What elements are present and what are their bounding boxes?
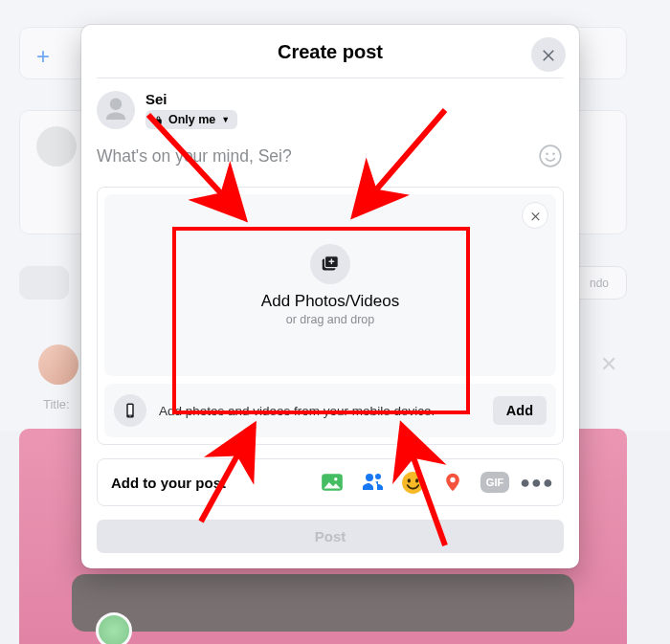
gif-button[interactable]: GIF <box>480 472 509 493</box>
add-photos-icon-wrap <box>310 244 350 284</box>
privacy-selector[interactable]: Only me ▼ <box>145 110 237 129</box>
svg-point-7 <box>129 415 130 416</box>
upload-close-button[interactable] <box>522 202 548 229</box>
location-icon <box>442 470 463 495</box>
checkin-button[interactable] <box>440 470 465 495</box>
compose-row: What's on your mind, Sei? <box>81 139 579 177</box>
user-name: Sei <box>145 91 237 107</box>
person-icon <box>101 96 130 124</box>
upload-zone: Add Photos/Videos or drag and drop Add p… <box>97 187 564 445</box>
privacy-label: Only me <box>168 113 215 126</box>
add-photos-icon <box>320 254 341 275</box>
compose-input[interactable]: What's on your mind, Sei? <box>97 146 292 167</box>
svg-point-2 <box>552 153 555 156</box>
svg-point-11 <box>407 478 410 482</box>
tag-people-button[interactable] <box>360 470 385 495</box>
mobile-add-button[interactable]: Add <box>493 396 547 425</box>
mobile-text: Add photos and videos from your mobile d… <box>159 404 480 418</box>
add-to-post-icons: GIF ●●● <box>320 470 549 495</box>
lock-icon <box>153 115 164 125</box>
caret-down-icon: ▼ <box>221 115 230 124</box>
svg-point-10 <box>402 472 424 494</box>
emoji-button[interactable] <box>537 143 564 169</box>
feeling-icon <box>401 471 425 495</box>
create-post-modal: Create post Sei Only me ▼ What's on your… <box>81 25 579 568</box>
svg-point-0 <box>540 145 561 167</box>
add-to-post-row: Add to your post <box>97 458 564 506</box>
user-info: Sei Only me ▼ <box>145 91 237 129</box>
post-button[interactable]: Post <box>97 520 564 553</box>
user-row: Sei Only me ▼ <box>81 78 579 139</box>
close-icon <box>540 46 557 63</box>
more-button[interactable]: ●●● <box>525 470 549 495</box>
svg-point-12 <box>415 478 418 482</box>
modal-title: Create post <box>81 41 579 63</box>
upload-subtitle: or drag and drop <box>286 313 374 326</box>
close-icon <box>529 210 542 222</box>
mobile-icon <box>122 402 139 419</box>
image-icon <box>320 470 345 495</box>
upload-dropzone[interactable]: Add Photos/Videos or drag and drop <box>104 194 556 376</box>
avatar <box>97 91 135 129</box>
svg-rect-6 <box>128 405 133 415</box>
photo-video-button[interactable] <box>320 470 345 495</box>
feeling-button[interactable] <box>400 470 425 495</box>
mobile-icon-wrap <box>114 394 146 427</box>
close-button[interactable] <box>531 37 566 72</box>
svg-point-9 <box>334 477 337 480</box>
modal-header: Create post <box>81 25 579 78</box>
tag-people-icon <box>361 471 384 494</box>
plus-icon: + <box>36 43 56 62</box>
svg-point-1 <box>546 153 548 156</box>
add-to-post-label: Add to your post <box>111 475 226 491</box>
smiley-icon <box>538 144 563 168</box>
upload-title: Add Photos/Videos <box>261 292 399 311</box>
mobile-upload-row: Add photos and videos from your mobile d… <box>104 384 556 437</box>
